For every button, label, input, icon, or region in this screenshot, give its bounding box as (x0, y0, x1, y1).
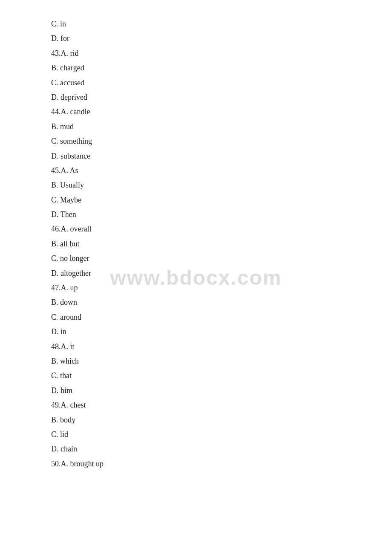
list-item: C. something (51, 134, 341, 148)
list-item: C. lid (51, 428, 341, 441)
list-item: 44.A. candle (51, 105, 341, 119)
list-item: B. all but (51, 237, 341, 251)
list-item: D. in (51, 325, 341, 338)
list-item: D. deprived (51, 90, 341, 104)
list-item: C. accused (51, 76, 341, 90)
list-item: B. Usually (51, 178, 341, 192)
list-item: B. body (51, 413, 341, 427)
list-item: C. around (51, 310, 341, 324)
list-item: 45.A. As (51, 164, 341, 177)
list-item: B. down (51, 295, 341, 309)
list-item: D. Then (51, 208, 341, 221)
list-item: D. him (51, 384, 341, 397)
list-item: 43.A. rid (51, 46, 341, 60)
list-item: C. in (51, 17, 341, 31)
list-item: 48.A. it (51, 340, 341, 353)
main-content: C. inD. for43.A. ridB. chargedC. accused… (0, 0, 392, 489)
list-item: 47.A. up (51, 281, 341, 295)
list-item: 50.A. brought up (51, 457, 341, 471)
list-item: B. which (51, 354, 341, 368)
list-item: C. no longer (51, 251, 341, 265)
list-item: D. altogether (51, 266, 341, 280)
list-item: 49.A. chest (51, 398, 341, 412)
list-item: D. for (51, 32, 341, 45)
list-item: D. chain (51, 442, 341, 456)
list-item: B. charged (51, 61, 341, 75)
list-item: C. that (51, 369, 341, 382)
list-item: C. Maybe (51, 193, 341, 207)
list-item: D. substance (51, 149, 341, 163)
list-item: 46.A. overall (51, 222, 341, 236)
list-item: B. mud (51, 120, 341, 133)
